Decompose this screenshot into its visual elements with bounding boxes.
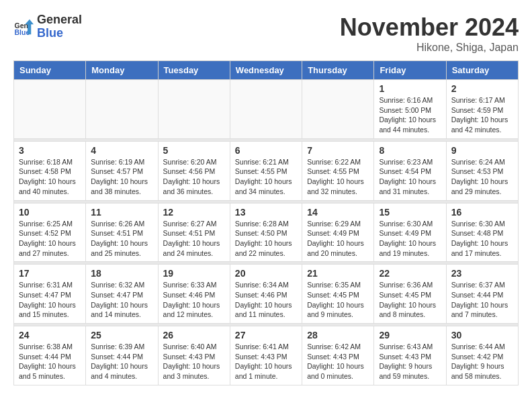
calendar-cell: 16Sunrise: 6:30 AM Sunset: 4:48 PM Dayli… [446,203,518,262]
day-info: Sunrise: 6:30 AM Sunset: 4:48 PM Dayligh… [451,219,513,259]
day-info: Sunrise: 6:39 AM Sunset: 4:44 PM Dayligh… [91,342,152,381]
day-info: Sunrise: 6:44 AM Sunset: 4:42 PM Dayligh… [451,342,513,381]
calendar-cell: 1Sunrise: 6:16 AM Sunset: 5:00 PM Daylig… [374,80,446,139]
day-of-week-header: Wednesday [230,61,302,80]
month-title: November 2024 [340,13,519,42]
calendar-cell: 8Sunrise: 6:23 AM Sunset: 4:54 PM Daylig… [374,141,446,200]
calendar-cell: 12Sunrise: 6:27 AM Sunset: 4:51 PM Dayli… [158,203,230,262]
calendar-cell [14,80,86,139]
calendar: SundayMondayTuesdayWednesdayThursdayFrid… [13,60,519,385]
calendar-week-row: 1Sunrise: 6:16 AM Sunset: 5:00 PM Daylig… [14,80,519,139]
calendar-cell: 30Sunrise: 6:44 AM Sunset: 4:42 PM Dayli… [446,326,518,385]
day-info: Sunrise: 6:18 AM Sunset: 4:58 PM Dayligh… [19,157,81,197]
day-info: Sunrise: 6:33 AM Sunset: 4:46 PM Dayligh… [163,280,225,320]
calendar-cell [230,80,302,139]
calendar-cell: 9Sunrise: 6:24 AM Sunset: 4:53 PM Daylig… [446,141,518,200]
day-info: Sunrise: 6:26 AM Sunset: 4:51 PM Dayligh… [91,219,152,259]
day-info: Sunrise: 6:24 AM Sunset: 4:53 PM Dayligh… [451,157,513,197]
calendar-cell: 20Sunrise: 6:34 AM Sunset: 4:46 PM Dayli… [230,265,302,324]
day-info: Sunrise: 6:31 AM Sunset: 4:47 PM Dayligh… [19,280,81,320]
day-info: Sunrise: 6:34 AM Sunset: 4:46 PM Dayligh… [235,280,297,320]
day-info: Sunrise: 6:43 AM Sunset: 4:43 PM Dayligh… [379,342,441,381]
day-number: 27 [235,330,297,340]
calendar-cell: 15Sunrise: 6:30 AM Sunset: 4:49 PM Dayli… [374,203,446,262]
day-number: 19 [163,268,225,279]
calendar-week-row: 24Sunrise: 6:38 AM Sunset: 4:44 PM Dayli… [14,326,519,385]
calendar-cell: 6Sunrise: 6:21 AM Sunset: 4:55 PM Daylig… [230,141,302,200]
day-number: 10 [19,207,81,218]
logo-text: General Blue [37,13,82,40]
day-number: 2 [451,83,513,94]
day-number: 9 [451,145,513,156]
calendar-cell: 18Sunrise: 6:32 AM Sunset: 4:47 PM Dayli… [86,265,158,324]
day-number: 1 [379,83,441,94]
day-info: Sunrise: 6:27 AM Sunset: 4:51 PM Dayligh… [163,219,225,259]
svg-text:Blue: Blue [15,28,30,36]
calendar-cell: 21Sunrise: 6:35 AM Sunset: 4:45 PM Dayli… [302,265,374,324]
calendar-cell: 27Sunrise: 6:41 AM Sunset: 4:43 PM Dayli… [230,326,302,385]
day-info: Sunrise: 6:23 AM Sunset: 4:54 PM Dayligh… [379,157,441,197]
calendar-cell: 25Sunrise: 6:39 AM Sunset: 4:44 PM Dayli… [86,326,158,385]
day-of-week-header: Thursday [302,61,374,80]
logo-icon: Gen Blue [13,17,34,37]
day-number: 21 [307,268,369,279]
day-number: 14 [307,207,369,218]
day-info: Sunrise: 6:28 AM Sunset: 4:50 PM Dayligh… [235,219,297,259]
calendar-cell: 14Sunrise: 6:29 AM Sunset: 4:49 PM Dayli… [302,203,374,262]
day-number: 12 [163,207,225,218]
day-number: 29 [379,330,441,340]
day-info: Sunrise: 6:36 AM Sunset: 4:45 PM Dayligh… [379,280,441,320]
day-of-week-header: Sunday [14,61,86,80]
day-of-week-header: Saturday [446,61,518,80]
day-number: 23 [451,268,513,279]
day-info: Sunrise: 6:42 AM Sunset: 4:43 PM Dayligh… [307,342,369,381]
day-number: 7 [307,145,369,156]
day-info: Sunrise: 6:20 AM Sunset: 4:56 PM Dayligh… [163,157,225,197]
calendar-cell: 26Sunrise: 6:40 AM Sunset: 4:43 PM Dayli… [158,326,230,385]
day-number: 6 [235,145,297,156]
location: Hikone, Shiga, Japan [340,42,519,54]
calendar-cell: 4Sunrise: 6:19 AM Sunset: 4:57 PM Daylig… [86,141,158,200]
day-number: 22 [379,268,441,279]
day-info: Sunrise: 6:38 AM Sunset: 4:44 PM Dayligh… [19,342,81,381]
day-of-week-header: Tuesday [158,61,230,80]
calendar-cell [302,80,374,139]
calendar-cell: 28Sunrise: 6:42 AM Sunset: 4:43 PM Dayli… [302,326,374,385]
day-number: 8 [379,145,441,156]
day-number: 17 [19,268,81,279]
calendar-cell: 10Sunrise: 6:25 AM Sunset: 4:52 PM Dayli… [14,203,86,262]
calendar-cell: 23Sunrise: 6:37 AM Sunset: 4:44 PM Dayli… [446,265,518,324]
day-info: Sunrise: 6:29 AM Sunset: 4:49 PM Dayligh… [307,219,369,259]
calendar-cell: 5Sunrise: 6:20 AM Sunset: 4:56 PM Daylig… [158,141,230,200]
calendar-cell: 13Sunrise: 6:28 AM Sunset: 4:50 PM Dayli… [230,203,302,262]
calendar-cell: 3Sunrise: 6:18 AM Sunset: 4:58 PM Daylig… [14,141,86,200]
calendar-cell: 2Sunrise: 6:17 AM Sunset: 4:59 PM Daylig… [446,80,518,139]
day-info: Sunrise: 6:19 AM Sunset: 4:57 PM Dayligh… [91,157,152,197]
day-number: 28 [307,330,369,340]
day-info: Sunrise: 6:30 AM Sunset: 4:49 PM Dayligh… [379,219,441,259]
day-number: 13 [235,207,297,218]
day-info: Sunrise: 6:40 AM Sunset: 4:43 PM Dayligh… [163,342,225,381]
day-number: 25 [91,330,152,340]
day-info: Sunrise: 6:25 AM Sunset: 4:52 PM Dayligh… [19,219,81,259]
logo: Gen Blue General Blue [13,13,82,40]
day-number: 11 [91,207,152,218]
day-number: 16 [451,207,513,218]
day-number: 15 [379,207,441,218]
day-info: Sunrise: 6:37 AM Sunset: 4:44 PM Dayligh… [451,280,513,320]
calendar-cell: 11Sunrise: 6:26 AM Sunset: 4:51 PM Dayli… [86,203,158,262]
logo-general: General [37,13,82,27]
day-number: 5 [163,145,225,156]
day-info: Sunrise: 6:21 AM Sunset: 4:55 PM Dayligh… [235,157,297,197]
day-of-week-header: Friday [374,61,446,80]
calendar-cell [86,80,158,139]
day-number: 18 [91,268,152,279]
calendar-cell [158,80,230,139]
calendar-cell: 19Sunrise: 6:33 AM Sunset: 4:46 PM Dayli… [158,265,230,324]
day-info: Sunrise: 6:41 AM Sunset: 4:43 PM Dayligh… [235,342,297,381]
logo-blue: Blue [37,27,82,40]
day-info: Sunrise: 6:35 AM Sunset: 4:45 PM Dayligh… [307,280,369,320]
calendar-cell: 17Sunrise: 6:31 AM Sunset: 4:47 PM Dayli… [14,265,86,324]
day-of-week-header: Monday [86,61,158,80]
day-info: Sunrise: 6:32 AM Sunset: 4:47 PM Dayligh… [91,280,152,320]
